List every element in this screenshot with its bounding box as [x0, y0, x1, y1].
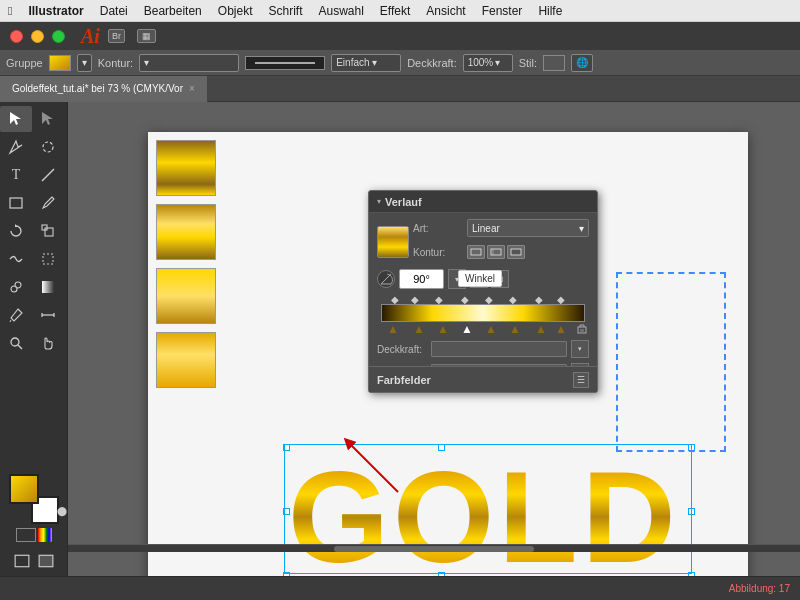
rect-tool[interactable] [0, 190, 32, 216]
swatch-1[interactable] [156, 140, 216, 196]
maximize-window-button[interactable] [52, 30, 65, 43]
art-dropdown-arrow: ▾ [579, 223, 584, 234]
stop-handle-3[interactable]: ▲ [437, 322, 449, 336]
stil-swatch[interactable] [543, 55, 565, 71]
selection-handle-tl[interactable] [283, 444, 290, 451]
warp-tool[interactable] [0, 246, 32, 272]
screen-mode-buttons [11, 552, 57, 570]
menu-illustrator[interactable]: Illustrator [28, 4, 83, 18]
delete-stop-btn[interactable] [577, 324, 587, 336]
menu-datei[interactable]: Datei [100, 4, 128, 18]
fill-none-icon[interactable] [16, 528, 36, 542]
shape-builder-tool[interactable] [0, 274, 32, 300]
kontur-icon-3[interactable] [507, 245, 525, 259]
deckkraft-dropdown[interactable]: 100% ▾ [463, 54, 513, 72]
select-tool[interactable] [0, 106, 32, 132]
swatch-3[interactable] [156, 268, 216, 324]
deckkraft-slider[interactable] [431, 341, 567, 357]
measure-tool[interactable] [32, 302, 64, 328]
menu-fenster[interactable]: Fenster [482, 4, 523, 18]
eyedropper-tool[interactable] [0, 302, 32, 328]
selection-handle-bm[interactable] [438, 572, 445, 576]
line-tool[interactable] [32, 162, 64, 188]
menu-bearbeiten[interactable]: Bearbeiten [144, 4, 202, 18]
svg-rect-22 [491, 249, 501, 255]
stop-handle-4[interactable]: ▲ [461, 322, 473, 336]
angle-field[interactable]: 90° [399, 269, 444, 289]
stop-handle-1[interactable]: ▲ [387, 322, 399, 336]
svg-rect-18 [39, 555, 53, 566]
scrollbar-thumb[interactable] [334, 546, 534, 552]
handle-top-2[interactable]: ◆ [411, 294, 419, 305]
handle-top-1[interactable]: ◆ [391, 294, 399, 305]
zoom-tool[interactable] [0, 330, 32, 356]
close-window-button[interactable] [10, 30, 23, 43]
fill-dropdown[interactable]: ▾ [77, 54, 92, 72]
menu-effekt[interactable]: Effekt [380, 4, 410, 18]
selection-handle-br[interactable] [688, 572, 695, 576]
stop-handle-7[interactable]: ▲ [535, 322, 547, 336]
direct-select-tool[interactable] [32, 106, 64, 132]
handle-top-3[interactable]: ◆ [435, 294, 443, 305]
selection-handle-bl[interactable] [283, 572, 290, 576]
gradient-tool[interactable] [32, 274, 64, 300]
paintbrush-tool[interactable] [32, 190, 64, 216]
document-tab[interactable]: Goldeffekt_tut.ai* bei 73 % (CMYK/Vor × [0, 76, 208, 102]
gradient-panel-header[interactable]: ▾ Verlauf [369, 191, 597, 213]
menu-ansicht[interactable]: Ansicht [426, 4, 465, 18]
farbfelder-settings-btn[interactable]: ☰ [573, 372, 589, 388]
menu-auswahl[interactable]: Auswahl [319, 4, 364, 18]
selection-handle-mr[interactable] [688, 508, 695, 515]
deckkraft-dropdown-btn[interactable]: ▾ [571, 340, 589, 358]
svg-marker-0 [10, 112, 21, 125]
rotate-tool[interactable] [0, 218, 32, 244]
handle-top-8[interactable]: ◆ [557, 294, 565, 305]
kontur-icon-2[interactable] [487, 245, 505, 259]
tab-close-button[interactable]: × [189, 83, 195, 94]
foreground-color-swatch[interactable] [9, 474, 39, 504]
handle-top-5[interactable]: ◆ [485, 294, 493, 305]
handle-top-6[interactable]: ◆ [509, 294, 517, 305]
main-area: Goldeffekt_tut.ai* bei 73 % (CMYK/Vor × [0, 76, 800, 576]
handle-top-7[interactable]: ◆ [535, 294, 543, 305]
menu-schrift[interactable]: Schrift [268, 4, 302, 18]
scale-tool[interactable] [32, 218, 64, 244]
lasso-tool[interactable] [32, 134, 64, 160]
horizontal-scrollbar[interactable] [68, 544, 800, 552]
fill-swatch[interactable] [49, 55, 71, 71]
free-transform-tool[interactable] [32, 246, 64, 272]
selection-handle-tm[interactable] [438, 444, 445, 451]
pen-tool[interactable] [0, 134, 32, 160]
menu-hilfe[interactable]: Hilfe [538, 4, 562, 18]
gradient-bar[interactable] [381, 304, 585, 322]
art-row: Art: Linear ▾ [413, 219, 589, 237]
art-dropdown[interactable]: Linear ▾ [467, 219, 589, 237]
stop-handle-6[interactable]: ▲ [509, 322, 521, 336]
normal-screen-mode[interactable] [11, 552, 33, 570]
menu-objekt[interactable]: Objekt [218, 4, 253, 18]
winkel-label: Winkel [465, 273, 495, 284]
apple-menu[interactable]:  [8, 4, 12, 18]
default-colors-icon[interactable]: ⬤ [57, 506, 67, 516]
color-mode-icon[interactable] [38, 528, 52, 542]
kontur-dropdown[interactable]: ▾ [139, 54, 239, 72]
handle-top-4[interactable]: ◆ [461, 294, 469, 305]
stop-handle-2[interactable]: ▲ [413, 322, 425, 336]
stop-handle-5[interactable]: ▲ [485, 322, 497, 336]
stop-handle-8[interactable]: ▲ [555, 322, 567, 336]
art-label: Art: [413, 223, 463, 234]
type-tool[interactable]: T [0, 162, 32, 188]
panel-collapse-icon: ▾ [377, 197, 381, 206]
hand-tool[interactable] [32, 330, 64, 356]
stil-dropdown[interactable]: 🌐 [571, 54, 593, 72]
swatch-4[interactable] [156, 332, 216, 388]
minimize-window-button[interactable] [31, 30, 44, 43]
gradient-preview[interactable] [377, 226, 409, 258]
swatch-2[interactable] [156, 204, 216, 260]
selection-handle-ml[interactable] [283, 508, 290, 515]
full-screen-mode[interactable] [35, 552, 57, 570]
br-badge[interactable]: Br [108, 29, 125, 43]
stroke-style-dropdown[interactable]: Einfach ▾ [331, 54, 401, 72]
kontur-icon-1[interactable] [467, 245, 485, 259]
arrange-button[interactable]: ▦ [137, 29, 156, 43]
